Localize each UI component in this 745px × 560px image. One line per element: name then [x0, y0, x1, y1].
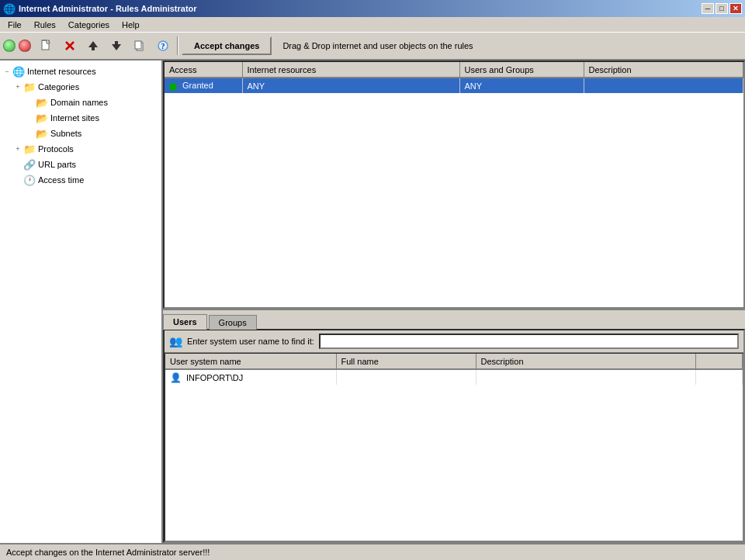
- bottom-panel: Users Groups 👥 Enter system user name to…: [163, 309, 745, 543]
- new-button[interactable]: [36, 35, 57, 57]
- toolbar-separator: [177, 36, 178, 55]
- expand-categories[interactable]: +: [14, 83, 22, 91]
- svg-rect-8: [115, 41, 118, 44]
- tree-protocols[interactable]: + 📁 Protocols: [0, 141, 161, 157]
- users-table-area: User system name Full name Description: [165, 353, 743, 541]
- access-cell: Granted: [165, 78, 242, 93]
- folder-categories-icon: 📁: [23, 81, 36, 93]
- tree-internet-resources-label: Internet resources: [27, 67, 96, 76]
- col-internet-resources: Internet resources: [242, 62, 459, 78]
- description-cell: [584, 78, 743, 93]
- tree-access-time[interactable]: 🕐 Access time: [0, 172, 161, 188]
- title-bar-text: Internet Administrator - Rules Administr…: [19, 4, 698, 13]
- expand-protocols[interactable]: +: [14, 145, 22, 153]
- drag-drop-hint: Drag & Drop internet and user objects on…: [282, 41, 473, 50]
- tree-internet-sites[interactable]: 📂 Internet sites: [0, 110, 161, 126]
- extra-cell: [696, 369, 743, 385]
- tree-access-time-label: Access time: [38, 175, 84, 185]
- clock-icon: 🕐: [23, 175, 36, 186]
- find-users-icon: 👥: [169, 335, 182, 347]
- svg-rect-10: [135, 41, 141, 49]
- tabs-bar: Users Groups: [163, 310, 745, 329]
- menu-bar: File Rules Categories Help: [0, 17, 745, 33]
- rules-table: Access Internet resources Users and Grou…: [165, 62, 743, 93]
- tree-subnets[interactable]: 📂 Subnets: [0, 126, 161, 141]
- toolbar: ? Accept changes Drag & Drop internet an…: [0, 33, 745, 60]
- tab-content: 👥 Enter system user name to find it: Use…: [163, 329, 745, 543]
- tab-groups[interactable]: Groups: [209, 315, 257, 330]
- copy-button[interactable]: [129, 35, 151, 57]
- col-full-name: Full name: [336, 354, 476, 369]
- description-cell-user: [476, 369, 696, 385]
- help-button[interactable]: ?: [152, 35, 174, 57]
- col-access: Access: [165, 62, 242, 78]
- menu-help[interactable]: Help: [116, 19, 146, 31]
- delete-button[interactable]: [59, 35, 81, 57]
- folder-protocols-icon: 📁: [23, 143, 36, 155]
- tree-internet-sites-label: Internet sites: [50, 113, 99, 123]
- user-system-name-value: INFOPORT\DJ: [186, 373, 243, 382]
- col-description: Description: [476, 354, 696, 369]
- tree-url-parts-label: URL parts: [38, 160, 76, 169]
- col-description: Description: [584, 62, 743, 78]
- status-text: Accept changes on the Internet Administr…: [6, 548, 210, 557]
- window-controls: ─ □ ✕: [702, 3, 742, 14]
- granted-dot: [169, 83, 177, 91]
- tab-users[interactable]: Users: [163, 314, 207, 330]
- menu-rules[interactable]: Rules: [28, 19, 62, 31]
- search-input[interactable]: [319, 334, 739, 349]
- svg-marker-5: [88, 41, 98, 47]
- tree-internet-resources[interactable]: − 🌐 Internet resources: [0, 64, 161, 79]
- expand-internet-sites: [26, 114, 34, 122]
- users-groups-cell: ANY: [459, 78, 584, 93]
- menu-categories[interactable]: Categories: [62, 19, 116, 31]
- disable-button[interactable]: [19, 40, 31, 52]
- users-table: User system name Full name Description: [165, 354, 743, 385]
- tree-domain-names[interactable]: 📂 Domain names: [0, 95, 161, 110]
- search-bar: 👥 Enter system user name to find it:: [165, 330, 743, 353]
- user-icon: 👤: [170, 372, 182, 383]
- expand-access-time: [14, 176, 22, 184]
- user-row[interactable]: 👤 INFOPORT\DJ: [165, 369, 743, 385]
- app-icon: 🌐: [3, 2, 16, 15]
- user-system-name-cell: 👤 INFOPORT\DJ: [165, 369, 336, 385]
- tree-protocols-label: Protocols: [38, 144, 74, 154]
- col-user-system-name: User system name: [165, 354, 336, 369]
- tree-categories-label: Categories: [38, 82, 79, 92]
- enable-button[interactable]: [3, 40, 16, 52]
- menu-file[interactable]: File: [2, 19, 28, 31]
- status-bar: Accept changes on the Internet Administr…: [0, 543, 745, 560]
- minimize-button[interactable]: ─: [702, 3, 714, 14]
- tree-subnets-label: Subnets: [50, 129, 81, 138]
- folder-subnets-icon: 📂: [36, 128, 48, 140]
- col-extra: [696, 354, 743, 369]
- folder-internet-sites-icon: 📂: [36, 112, 48, 124]
- accept-changes-button[interactable]: Accept changes: [182, 36, 272, 55]
- url-parts-icon: 🔗: [23, 159, 36, 171]
- globe-icon: 🌐: [12, 66, 25, 78]
- table-row[interactable]: Granted ANY ANY: [165, 78, 743, 93]
- rules-table-area: Access Internet resources Users and Grou…: [163, 60, 745, 309]
- move-up-button[interactable]: [82, 35, 104, 57]
- close-button[interactable]: ✕: [729, 3, 742, 14]
- tree-categories[interactable]: + 📁 Categories: [0, 79, 161, 95]
- full-name-cell: [336, 369, 476, 385]
- expand-subnets: [26, 130, 34, 137]
- tree-panel: − 🌐 Internet resources + 📁 Categories 📂 …: [0, 60, 163, 543]
- search-label: Enter system user name to find it:: [187, 337, 314, 346]
- svg-marker-7: [112, 44, 121, 50]
- internet-resources-cell: ANY: [242, 78, 459, 93]
- right-panel: Access Internet resources Users and Grou…: [163, 60, 745, 543]
- restore-button[interactable]: □: [716, 3, 728, 14]
- svg-text:?: ?: [161, 42, 165, 50]
- expand-internet-resources[interactable]: −: [3, 67, 11, 75]
- tree-domain-names-label: Domain names: [50, 98, 108, 107]
- main-content: − 🌐 Internet resources + 📁 Categories 📂 …: [0, 60, 745, 543]
- col-users-groups: Users and Groups: [459, 62, 584, 78]
- move-down-button[interactable]: [106, 35, 127, 57]
- title-bar: 🌐 Internet Administrator - Rules Adminis…: [0, 0, 745, 17]
- expand-url-parts: [14, 161, 22, 168]
- access-value: Granted: [182, 81, 213, 90]
- svg-rect-6: [92, 47, 95, 50]
- tree-url-parts[interactable]: 🔗 URL parts: [0, 157, 161, 172]
